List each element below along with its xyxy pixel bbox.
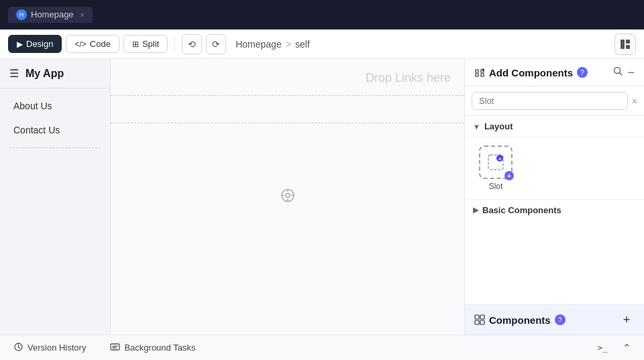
collapse-button[interactable]: ⌃ [617, 339, 636, 357]
svg-rect-2 [626, 45, 630, 49]
canvas-drop-zone: Drop Links here [111, 59, 464, 96]
sidebar-divider [9, 147, 101, 148]
background-tasks-icon [110, 342, 120, 354]
layout-section-header[interactable]: ▼ Layout [465, 116, 644, 137]
layout-chevron-icon: ▼ [473, 123, 480, 131]
layout-icon [620, 39, 631, 50]
background-tasks-label: Background Tasks [124, 343, 195, 353]
components-add-button[interactable]: + [619, 312, 635, 328]
bottom-right-controls: >_ ⌃ [593, 339, 636, 357]
slot-label: Slot [489, 182, 503, 191]
basic-section-label: Basic Components [482, 205, 561, 215]
search-clear-button[interactable]: × [632, 96, 637, 107]
basic-section-header[interactable]: ▶ Basic Components [465, 200, 644, 221]
undo-button[interactable]: ⟲ [182, 34, 202, 54]
tab-close-btn[interactable]: × [80, 11, 85, 19]
undo-icon: ⟲ [188, 39, 196, 50]
canvas-cursor-icon [280, 187, 296, 206]
svg-rect-17 [480, 320, 484, 324]
panel-title: Add Components [489, 67, 573, 78]
panel-close-button[interactable]: − [627, 66, 635, 78]
component-grid: + + Slot [465, 137, 644, 200]
split-button[interactable]: ⊞ Split [123, 35, 168, 53]
breadcrumb-page[interactable]: Homepage [235, 39, 282, 50]
nav-item-about-us[interactable]: About Us [0, 94, 110, 118]
app-title: My App [25, 68, 64, 80]
svg-rect-14 [475, 315, 479, 319]
redo-icon: ⟳ [212, 39, 220, 50]
breadcrumb: Homepage > self [235, 39, 309, 50]
slot-component[interactable]: + + Slot [473, 145, 519, 191]
nav-items: About Us Contact Us [0, 88, 110, 335]
svg-line-10 [620, 73, 623, 76]
layout-toggle-button[interactable] [614, 34, 636, 55]
design-icon: ▶ [17, 40, 23, 49]
canvas-divider [111, 123, 464, 123]
tab-favicon: H [16, 9, 27, 20]
layout-section-label: Layout [484, 121, 513, 131]
components-panel-title: Components [489, 314, 551, 326]
version-history-button[interactable]: Version History [8, 339, 91, 357]
hamburger-icon[interactable]: ☰ [9, 67, 19, 80]
search-bar: Slot × [465, 86, 644, 116]
panel-empty-space [465, 221, 644, 304]
components-panel-icon [474, 314, 485, 325]
terminal-icon: >_ [597, 343, 608, 353]
bottom-bar: Version History Background Tasks >_ ⌃ [0, 335, 644, 360]
tab-label: Homepage [31, 9, 74, 19]
right-panel: Add Components ? − Slot × ▼ Layout + [464, 59, 644, 335]
svg-rect-1 [626, 40, 630, 44]
svg-rect-19 [111, 344, 119, 350]
design-button[interactable]: ▶ Design [8, 35, 62, 53]
search-input[interactable]: Slot [472, 92, 628, 110]
svg-rect-16 [475, 320, 479, 324]
canvas: Drop Links here [111, 59, 464, 335]
components-panel: Components ? + [465, 304, 644, 335]
slot-plus-icon: + [504, 171, 514, 180]
breadcrumb-self: self [295, 39, 310, 50]
panel-header: Add Components ? − [465, 59, 644, 86]
version-history-icon [13, 342, 23, 354]
basic-chevron-icon: ▶ [473, 206, 478, 215]
separator-1 [174, 36, 175, 52]
app-header: ☰ My App [0, 59, 110, 88]
collapse-icon: ⌃ [623, 342, 631, 354]
version-history-label: Version History [28, 343, 86, 353]
panel-help-button[interactable]: ? [577, 67, 588, 78]
svg-rect-0 [621, 40, 625, 49]
background-tasks-button[interactable]: Background Tasks [105, 339, 201, 357]
svg-text:+: + [498, 156, 502, 162]
terminal-button[interactable]: >_ [593, 339, 612, 357]
breadcrumb-separator: > [286, 39, 291, 50]
svg-point-4 [286, 193, 290, 197]
code-button[interactable]: </> Code [66, 35, 119, 53]
redo-button[interactable]: ⟳ [206, 34, 226, 54]
svg-rect-15 [480, 315, 484, 319]
components-help-button[interactable]: ? [555, 314, 566, 325]
slot-icon-box: + + [479, 145, 513, 179]
tab-homepage[interactable]: H Homepage × [8, 7, 93, 23]
nav-item-contact-us[interactable]: Contact Us [0, 118, 110, 142]
add-components-icon [474, 67, 485, 78]
code-icon: </> [74, 40, 86, 49]
split-icon: ⊞ [132, 40, 139, 49]
panel-search-button[interactable] [612, 66, 623, 79]
left-sidebar: ☰ My App About Us Contact Us [0, 59, 111, 335]
